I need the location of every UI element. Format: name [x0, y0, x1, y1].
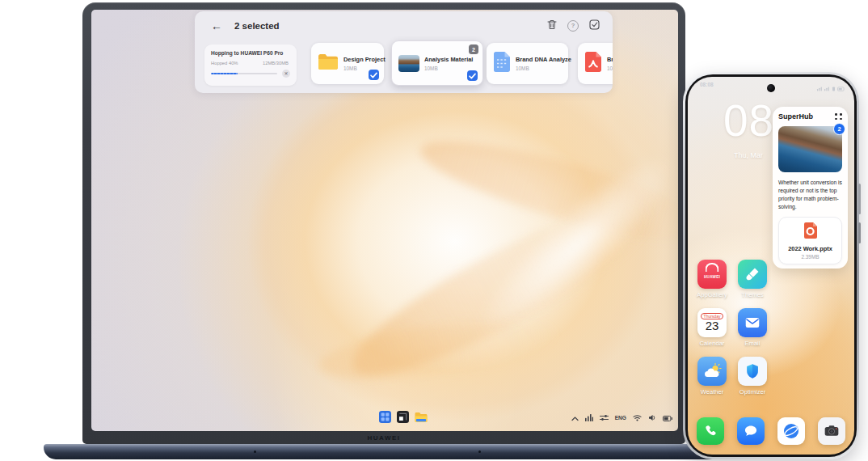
volume-icon[interactable]: [648, 410, 656, 425]
volume-button[interactable]: [858, 184, 861, 214]
files-app-icon[interactable]: [415, 412, 428, 426]
app-themes[interactable]: Themes: [733, 260, 772, 298]
app-calendar[interactable]: Thursday 23 Calendar: [693, 308, 731, 347]
transfer-title: Hopping to HUAWEI P60 Pro: [211, 50, 290, 56]
screenshot-canvas: ← 2 selected ? Hopping to HUAWEI P60: [0, 0, 868, 461]
control-panel-icon[interactable]: [600, 410, 609, 425]
laptop-foot-dot: [254, 450, 256, 453]
file-name: Brand: [607, 56, 613, 63]
clipboard-count-badge: 2: [833, 123, 845, 135]
dock-messages-icon[interactable]: [737, 417, 765, 445]
transfer-progress-bar: [211, 73, 277, 75]
help-icon[interactable]: ?: [567, 20, 579, 32]
language-indicator[interactable]: ENG: [615, 415, 626, 421]
app-weather[interactable]: Weather: [693, 357, 731, 395]
checkbox-checked-icon[interactable]: [369, 70, 379, 80]
pdf-icon: [584, 51, 602, 76]
file-size: 10MB: [516, 66, 571, 71]
wifi-icon[interactable]: [633, 410, 642, 425]
expand-icon[interactable]: [835, 113, 842, 120]
appgallery-icon-text: HUAWEI: [697, 275, 727, 279]
document-icon: [493, 51, 511, 76]
launcher-icon[interactable]: [379, 411, 391, 426]
superhub-title: SuperHub: [778, 112, 813, 121]
home-date: Thu, Mar: [734, 151, 763, 159]
drag-count-badge: 2: [469, 44, 478, 54]
weather-sun-cloud-icon: [697, 357, 727, 386]
transfer-progress-fill: [211, 73, 238, 75]
preview-app-icon[interactable]: [397, 411, 409, 426]
file-card-brand-dna-analyze[interactable]: Brand DNA Analyze 10MB: [487, 43, 568, 84]
trash-icon[interactable]: [547, 19, 557, 33]
file-name: Design Project: [343, 56, 386, 63]
transfer-progress-label: Hopped 40%: [211, 61, 238, 66]
clipboard-image-card[interactable]: 2: [778, 126, 842, 172]
checkbox-checked-icon[interactable]: [467, 70, 478, 81]
cancel-transfer-icon[interactable]: ✕: [282, 70, 290, 78]
front-camera: [767, 84, 775, 92]
file-name: Brand DNA Analyze: [516, 56, 571, 63]
dock-camera-icon[interactable]: [818, 417, 845, 445]
themes-brush-icon: [738, 260, 767, 289]
selection-header: ← 2 selected ?: [211, 19, 600, 33]
file-size: 10MB: [343, 66, 386, 71]
phone-screen: 08:08 08 Thu, Mar SuperHub 2 Whether uni…: [688, 77, 854, 455]
performance-monitor-icon[interactable]: [585, 410, 593, 425]
calendar-day: 23: [706, 319, 719, 333]
power-button[interactable]: [858, 222, 861, 243]
pptx-icon: [803, 228, 818, 242]
laptop-foot-dot: [478, 450, 481, 453]
select-all-icon[interactable]: [589, 19, 600, 33]
home-clock: 08: [723, 95, 774, 146]
clipboard-text-card[interactable]: Whether unit conversion is required or n…: [778, 179, 842, 211]
dock-browser-icon[interactable]: [777, 417, 805, 445]
status-bar-icons: [816, 81, 845, 95]
laptop-bezel: ← 2 selected ? Hopping to HUAWEI P60: [82, 2, 685, 444]
clipboard-file-name: 2022 Work.pptx: [782, 245, 839, 252]
optimizer-shield-icon: [738, 357, 767, 386]
appgallery-bag-icon: [706, 263, 719, 272]
system-tray: ENG: [571, 410, 672, 425]
laptop-base: [44, 444, 723, 459]
clipboard-file-card[interactable]: 2022 Work.pptx 2.39MB: [778, 217, 842, 264]
superhub-panel: SuperHub 2 Whether unit conversion is re…: [773, 107, 848, 269]
phone: 08:08 08 Thu, Mar SuperHub 2 Whether uni…: [683, 72, 859, 459]
laptop-screen: ← 2 selected ? Hopping to HUAWEI P60: [91, 10, 678, 431]
app-email[interactable]: Email: [733, 308, 772, 347]
taskbar: [379, 411, 428, 426]
laptop-brand-logo: HUAWEI: [82, 434, 685, 442]
file-size: 10MB: [607, 66, 613, 71]
clipboard-file-size: 2.39MB: [782, 254, 839, 260]
chevron-up-icon[interactable]: [571, 410, 579, 425]
transfer-status-card[interactable]: Hopping to HUAWEI P60 Pro Hopped 40% 12M…: [204, 44, 297, 86]
file-size: 10MB: [424, 66, 473, 71]
transfer-size-label: 12MB/30MB: [263, 61, 289, 66]
app-optimizer[interactable]: Optimizer: [733, 357, 772, 395]
battery-icon[interactable]: [663, 410, 672, 425]
app-appgallery[interactable]: HUAWEI AppGallery: [693, 260, 731, 298]
image-thumbnail: [398, 55, 419, 72]
file-card-pdf[interactable]: Brand 10MB: [578, 43, 613, 84]
email-envelope-icon: [738, 308, 767, 337]
selection-count-title: 2 selected: [234, 21, 280, 31]
file-selection-panel: ← 2 selected ? Hopping to HUAWEI P60: [195, 11, 613, 93]
file-card-analysis-material[interactable]: Analysis Material 10MB 2: [391, 40, 483, 86]
status-bar-time: 08:08: [700, 82, 714, 87]
dock-phone-icon[interactable]: [697, 417, 724, 445]
back-icon[interactable]: ←: [211, 20, 222, 32]
file-card-design-project[interactable]: Design Project 10MB: [311, 43, 384, 84]
folder-icon: [318, 53, 339, 74]
file-name: Analysis Material: [424, 56, 473, 63]
